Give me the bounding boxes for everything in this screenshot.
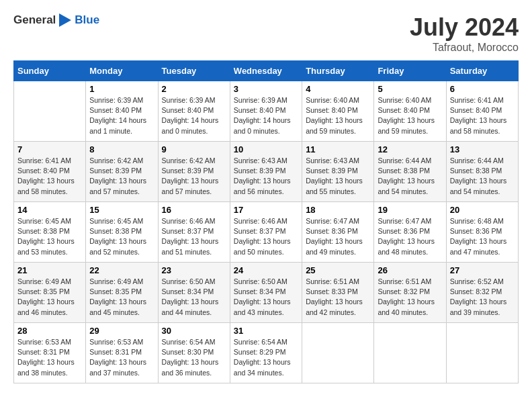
logo-chevron-icon [59, 13, 71, 27]
day-number: 7 [17, 144, 82, 154]
calendar-cell: 18Sunrise: 6:47 AMSunset: 8:36 PMDayligh… [302, 202, 374, 263]
day-info: Sunrise: 6:41 AMSunset: 8:40 PMDaylight:… [17, 156, 82, 197]
calendar-cell: 25Sunrise: 6:51 AMSunset: 8:33 PMDayligh… [302, 263, 374, 323]
col-monday: Monday [86, 61, 158, 81]
calendar-cell [446, 323, 518, 383]
calendar-header: Sunday Monday Tuesday Wednesday Thursday… [14, 61, 519, 81]
calendar-cell: 1Sunrise: 6:39 AMSunset: 8:40 PMDaylight… [86, 81, 158, 142]
day-number: 8 [89, 144, 154, 154]
day-number: 5 [378, 84, 442, 94]
day-number: 22 [89, 265, 154, 275]
calendar-cell: 24Sunrise: 6:50 AMSunset: 8:34 PMDayligh… [230, 263, 302, 323]
calendar-cell: 13Sunrise: 6:44 AMSunset: 8:38 PMDayligh… [446, 142, 518, 202]
calendar-cell: 10Sunrise: 6:43 AMSunset: 8:39 PMDayligh… [230, 142, 302, 202]
day-number: 3 [234, 84, 298, 94]
calendar-cell: 17Sunrise: 6:46 AMSunset: 8:37 PMDayligh… [230, 202, 302, 263]
day-number: 15 [89, 205, 154, 215]
calendar-cell: 2Sunrise: 6:39 AMSunset: 8:40 PMDaylight… [158, 81, 230, 142]
calendar-cell: 6Sunrise: 6:41 AMSunset: 8:40 PMDaylight… [446, 81, 518, 142]
day-number: 19 [378, 205, 442, 215]
location-subtitle: Tafraout, Morocco [410, 42, 519, 54]
day-number: 31 [234, 326, 298, 336]
calendar-week-5: 28Sunrise: 6:53 AMSunset: 8:31 PMDayligh… [14, 323, 519, 383]
day-number: 20 [450, 205, 515, 215]
day-info: Sunrise: 6:46 AMSunset: 8:37 PMDaylight:… [162, 216, 226, 257]
day-number: 30 [162, 326, 226, 336]
calendar-week-3: 14Sunrise: 6:45 AMSunset: 8:38 PMDayligh… [14, 202, 519, 263]
calendar-cell: 15Sunrise: 6:45 AMSunset: 8:38 PMDayligh… [86, 202, 158, 263]
day-info: Sunrise: 6:45 AMSunset: 8:38 PMDaylight:… [17, 216, 82, 257]
calendar-cell: 21Sunrise: 6:49 AMSunset: 8:35 PMDayligh… [14, 263, 86, 323]
day-info: Sunrise: 6:39 AMSunset: 8:40 PMDaylight:… [234, 95, 298, 136]
calendar-week-2: 7Sunrise: 6:41 AMSunset: 8:40 PMDaylight… [14, 142, 519, 202]
day-info: Sunrise: 6:45 AMSunset: 8:38 PMDaylight:… [89, 216, 154, 257]
col-sunday: Sunday [14, 61, 86, 81]
day-number: 10 [234, 144, 298, 154]
calendar-cell: 26Sunrise: 6:51 AMSunset: 8:32 PMDayligh… [374, 263, 446, 323]
day-number: 4 [306, 84, 370, 94]
calendar-cell: 22Sunrise: 6:49 AMSunset: 8:35 PMDayligh… [86, 263, 158, 323]
day-number: 1 [89, 84, 154, 94]
day-info: Sunrise: 6:40 AMSunset: 8:40 PMDaylight:… [306, 95, 370, 136]
day-info: Sunrise: 6:54 AMSunset: 8:29 PMDaylight:… [234, 337, 298, 378]
day-info: Sunrise: 6:40 AMSunset: 8:40 PMDaylight:… [378, 95, 442, 136]
month-year-title: July 2024 [410, 13, 519, 42]
day-number: 9 [162, 144, 226, 154]
day-info: Sunrise: 6:41 AMSunset: 8:40 PMDaylight:… [450, 95, 515, 136]
calendar-week-1: 1Sunrise: 6:39 AMSunset: 8:40 PMDaylight… [14, 81, 519, 142]
day-info: Sunrise: 6:51 AMSunset: 8:32 PMDaylight:… [378, 277, 442, 318]
day-info: Sunrise: 6:43 AMSunset: 8:39 PMDaylight:… [234, 156, 298, 197]
calendar-cell [14, 81, 86, 142]
calendar-cell: 3Sunrise: 6:39 AMSunset: 8:40 PMDaylight… [230, 81, 302, 142]
day-number: 14 [17, 205, 82, 215]
day-info: Sunrise: 6:53 AMSunset: 8:31 PMDaylight:… [89, 337, 154, 378]
calendar-cell: 9Sunrise: 6:42 AMSunset: 8:39 PMDaylight… [158, 142, 230, 202]
logo-general-text: General [13, 13, 56, 27]
day-number: 16 [162, 205, 226, 215]
calendar-cell: 14Sunrise: 6:45 AMSunset: 8:38 PMDayligh… [14, 202, 86, 263]
day-info: Sunrise: 6:47 AMSunset: 8:36 PMDaylight:… [306, 216, 370, 257]
day-number: 13 [450, 144, 515, 154]
calendar-cell: 20Sunrise: 6:48 AMSunset: 8:36 PMDayligh… [446, 202, 518, 263]
calendar-week-4: 21Sunrise: 6:49 AMSunset: 8:35 PMDayligh… [14, 263, 519, 323]
day-number: 23 [162, 265, 226, 275]
day-info: Sunrise: 6:53 AMSunset: 8:31 PMDaylight:… [17, 337, 82, 378]
calendar-body: 1Sunrise: 6:39 AMSunset: 8:40 PMDaylight… [14, 81, 519, 383]
day-info: Sunrise: 6:52 AMSunset: 8:32 PMDaylight:… [450, 277, 515, 318]
day-number: 18 [306, 205, 370, 215]
day-info: Sunrise: 6:44 AMSunset: 8:38 PMDaylight:… [450, 156, 515, 197]
calendar-cell: 11Sunrise: 6:43 AMSunset: 8:39 PMDayligh… [302, 142, 374, 202]
calendar-cell: 28Sunrise: 6:53 AMSunset: 8:31 PMDayligh… [14, 323, 86, 383]
day-number: 11 [306, 144, 370, 154]
calendar-cell [302, 323, 374, 383]
day-info: Sunrise: 6:48 AMSunset: 8:36 PMDaylight:… [450, 216, 515, 257]
day-number: 25 [306, 265, 370, 275]
calendar-cell: 16Sunrise: 6:46 AMSunset: 8:37 PMDayligh… [158, 202, 230, 263]
day-number: 17 [234, 205, 298, 215]
title-area: July 2024 Tafraout, Morocco [410, 13, 519, 54]
day-info: Sunrise: 6:39 AMSunset: 8:40 PMDaylight:… [162, 95, 226, 136]
svg-marker-0 [59, 13, 71, 27]
day-number: 6 [450, 84, 515, 94]
day-info: Sunrise: 6:39 AMSunset: 8:40 PMDaylight:… [89, 95, 154, 136]
col-saturday: Saturday [446, 61, 518, 81]
day-number: 2 [162, 84, 226, 94]
col-thursday: Thursday [302, 61, 374, 81]
calendar-cell: 19Sunrise: 6:47 AMSunset: 8:36 PMDayligh… [374, 202, 446, 263]
day-info: Sunrise: 6:54 AMSunset: 8:30 PMDaylight:… [162, 337, 226, 378]
calendar-cell: 12Sunrise: 6:44 AMSunset: 8:38 PMDayligh… [374, 142, 446, 202]
day-number: 28 [17, 326, 82, 336]
header: GeneralBlue July 2024 Tafraout, Morocco [13, 13, 519, 54]
day-info: Sunrise: 6:42 AMSunset: 8:39 PMDaylight:… [89, 156, 154, 197]
logo: GeneralBlue [13, 13, 99, 27]
header-row: Sunday Monday Tuesday Wednesday Thursday… [14, 61, 519, 81]
calendar-cell: 29Sunrise: 6:53 AMSunset: 8:31 PMDayligh… [86, 323, 158, 383]
day-number: 26 [378, 265, 442, 275]
day-number: 21 [17, 265, 82, 275]
calendar-cell: 8Sunrise: 6:42 AMSunset: 8:39 PMDaylight… [86, 142, 158, 202]
day-number: 24 [234, 265, 298, 275]
day-info: Sunrise: 6:49 AMSunset: 8:35 PMDaylight:… [17, 277, 82, 318]
calendar-cell: 31Sunrise: 6:54 AMSunset: 8:29 PMDayligh… [230, 323, 302, 383]
day-info: Sunrise: 6:47 AMSunset: 8:36 PMDaylight:… [378, 216, 442, 257]
col-friday: Friday [374, 61, 446, 81]
